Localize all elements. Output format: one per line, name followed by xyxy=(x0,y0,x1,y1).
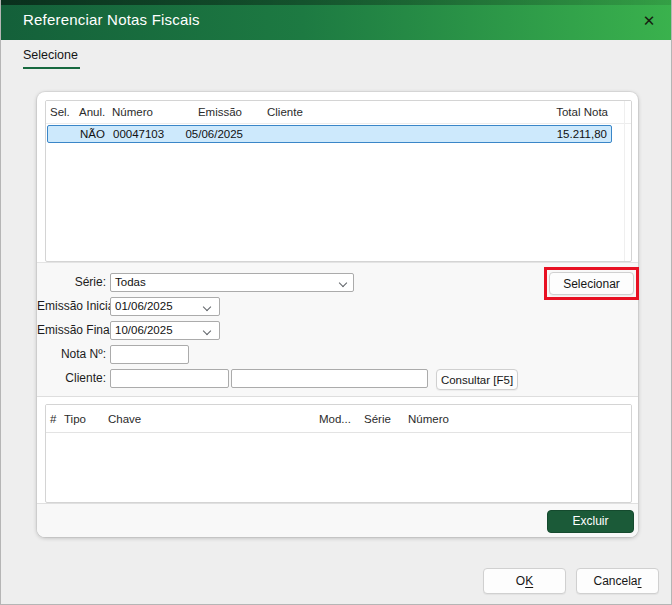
filter-section: Série: Todas Emissão Inicial: 01/06/2025… xyxy=(37,262,638,397)
cliente-name-input[interactable] xyxy=(231,369,428,388)
nota-numero-input[interactable] xyxy=(110,345,189,364)
col-tipo: Tipo xyxy=(64,413,108,425)
cell-emissao: 05/06/2025 xyxy=(183,128,243,140)
ok-button[interactable]: OK xyxy=(483,568,566,594)
selecionar-button[interactable]: Selecionar xyxy=(549,272,634,295)
emissao-inicial-value: 01/06/2025 xyxy=(115,300,173,312)
close-icon[interactable]: ✕ xyxy=(637,9,661,33)
col-sel: Sel. xyxy=(50,106,79,118)
panel-footer: Excluir xyxy=(37,503,638,537)
col-numero: Número xyxy=(112,106,182,118)
col-chave: Chave xyxy=(108,413,319,425)
excluir-button[interactable]: Excluir xyxy=(547,510,634,533)
cliente-code-input[interactable] xyxy=(110,369,229,388)
col-numero2: Número xyxy=(408,413,623,425)
main-panel: Sel. Anul. Número Emissão Cliente Total … xyxy=(37,92,638,537)
emissao-final-value: 10/06/2025 xyxy=(115,324,173,336)
col-cliente: Cliente xyxy=(267,106,498,118)
cliente-label: Cliente: xyxy=(37,369,106,388)
nota-numero-label: Nota Nº: xyxy=(37,345,106,364)
notes-list[interactable]: Sel. Anul. Número Emissão Cliente Total … xyxy=(45,100,632,262)
tab-selecione[interactable]: Selecione xyxy=(23,46,80,69)
serie-combobox[interactable]: Todas xyxy=(110,273,354,292)
chevron-down-icon xyxy=(203,303,211,311)
titlebar: Referenciar Notas Fiscais ✕ xyxy=(1,0,672,40)
cell-total: 15.211,80 xyxy=(497,128,607,140)
note-row-selected[interactable]: NÃO 00047103 05/06/2025 15.211,80 xyxy=(47,125,612,143)
serie-label: Série: xyxy=(37,273,106,292)
cell-numero: 00047103 xyxy=(113,128,183,140)
col-hash: # xyxy=(50,413,64,425)
scrollbar-track xyxy=(624,101,625,261)
cancelar-button[interactable]: Cancelar xyxy=(576,568,659,594)
col-emissao: Emissão xyxy=(182,106,242,118)
col-serie: Série xyxy=(364,413,408,425)
chevron-down-icon xyxy=(339,279,347,287)
emissao-inicial-combobox[interactable]: 01/06/2025 xyxy=(110,297,220,316)
notes-list-header: Sel. Anul. Número Emissão Cliente Total … xyxy=(46,101,631,124)
window-title: Referenciar Notas Fiscais xyxy=(23,0,200,40)
col-mod: Mod... xyxy=(319,413,364,425)
tab-selecione-label: Selecione xyxy=(23,48,78,62)
referenciar-notas-fiscais-dialog: Referenciar Notas Fiscais ✕ Selecione Se… xyxy=(0,0,672,605)
consultar-button[interactable]: Consultar [F5] xyxy=(436,369,518,390)
chevron-down-icon xyxy=(203,327,211,335)
red-highlight-annotation: Selecionar xyxy=(544,267,639,300)
emissao-final-combobox[interactable]: 10/06/2025 xyxy=(110,321,220,340)
serie-value: Todas xyxy=(115,276,146,288)
emissao-inicial-label: Emissão Inicial: xyxy=(37,297,106,316)
references-list-header: # Tipo Chave Mod... Série Número xyxy=(46,405,631,433)
emissao-final-label: Emissão Final: xyxy=(37,321,106,340)
references-list[interactable]: # Tipo Chave Mod... Série Número xyxy=(45,404,632,503)
cell-anul: NÃO xyxy=(80,128,113,140)
col-anul: Anul. xyxy=(79,106,112,118)
col-total-nota: Total Nota xyxy=(498,106,608,118)
